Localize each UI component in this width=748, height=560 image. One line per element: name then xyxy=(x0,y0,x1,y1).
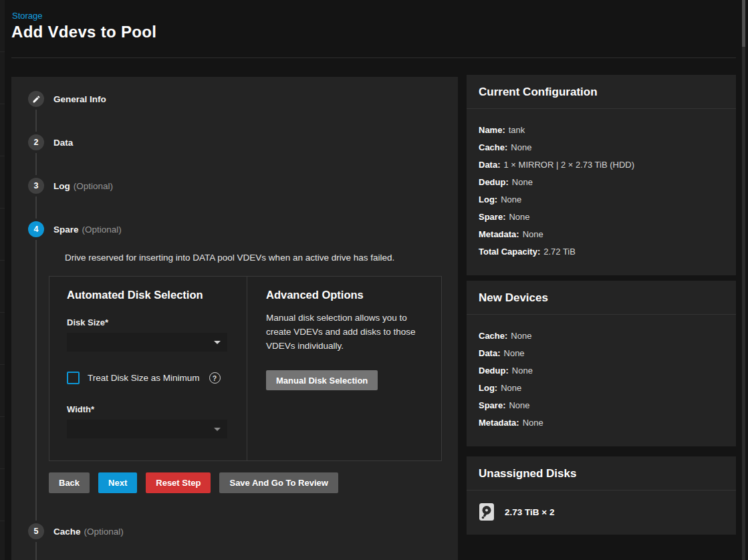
config-row: Dedup:None xyxy=(479,366,724,376)
row-label: Cache: xyxy=(479,142,507,152)
step-label: Cache(Optional) xyxy=(53,525,124,537)
width-label: Width* xyxy=(67,404,247,414)
unassigned-disk-row: 2.73 TiB × 2 xyxy=(479,499,724,523)
width-select[interactable] xyxy=(67,420,227,438)
step-data[interactable]: 2 Data xyxy=(28,134,76,150)
row-label: Cache: xyxy=(479,331,507,341)
step-number: 2 xyxy=(34,138,39,147)
panel-body: Cache:None Data:None Dedup:None Log:None… xyxy=(467,315,736,446)
advanced-options-section: Advanced Options Manual disk selection a… xyxy=(247,277,441,460)
row-label: Total Capacity: xyxy=(479,247,540,257)
save-and-go-to-review-button[interactable]: Save And Go To Review xyxy=(219,472,338,493)
panel-body: 2.73 TiB × 2 xyxy=(467,491,736,535)
automated-disk-selection-section: Automated Disk Selection Disk Size* Trea… xyxy=(49,277,247,460)
next-button[interactable]: Next xyxy=(98,472,137,493)
breadcrumb-storage[interactable]: Storage xyxy=(12,11,43,21)
chevron-down-icon xyxy=(214,428,221,431)
config-row: Total Capacity:2.72 TiB xyxy=(479,247,724,257)
pencil-edit-icon xyxy=(32,95,41,104)
scrollbar-track[interactable] xyxy=(742,0,745,560)
row-value: None xyxy=(511,142,531,152)
config-row: Metadata:None xyxy=(479,418,724,428)
step-log[interactable]: 3 Log(Optional) xyxy=(28,178,113,194)
row-value: None xyxy=(523,229,543,239)
step-name: General Info xyxy=(53,94,106,104)
row-value: None xyxy=(512,366,533,376)
step-name: Log xyxy=(53,181,70,191)
step-indicator-circle-active: 4 xyxy=(28,221,44,237)
step-general-info[interactable]: General Info xyxy=(28,91,110,107)
row-value: None xyxy=(509,212,529,222)
header-divider xyxy=(11,57,736,58)
config-row: Name:tank xyxy=(479,125,724,135)
row-label: Data: xyxy=(479,348,501,358)
unassigned-disks-panel: Unassigned Disks 2.73 TiB × 2 xyxy=(467,456,736,535)
width-label-text: Width xyxy=(67,404,91,414)
treat-disk-size-minimum-checkbox[interactable] xyxy=(67,372,80,384)
panel-body: Name:tank Cache:None Data:1 × MIRROR | 2… xyxy=(467,109,736,275)
current-configuration-title: Current Configuration xyxy=(479,86,724,99)
step-label: General Info xyxy=(53,93,110,105)
disk-size-select[interactable] xyxy=(67,333,227,352)
row-label: Metadata: xyxy=(479,418,519,428)
row-value: None xyxy=(511,331,531,341)
step-name: Cache xyxy=(53,527,81,537)
row-value: None xyxy=(501,194,521,204)
config-row: Log:None xyxy=(479,383,724,393)
row-label: Dedup: xyxy=(479,366,509,376)
config-row: Cache:None xyxy=(479,331,724,341)
row-value: None xyxy=(523,418,543,428)
spare-step-description: Drive reserved for inserting into DATA p… xyxy=(65,253,394,263)
step-cache[interactable]: 5 Cache(Optional) xyxy=(28,523,124,539)
stepper-connector xyxy=(35,196,37,219)
step-label: Data xyxy=(53,136,76,148)
stepper-connector xyxy=(35,153,37,175)
vdev-wizard-panel: General Info 2 Data 3 Log(Optional) 4 Sp… xyxy=(11,77,458,560)
advanced-heading: Advanced Options xyxy=(266,289,441,301)
required-marker: * xyxy=(91,404,94,414)
row-value: None xyxy=(504,348,525,358)
config-row: Metadata:None xyxy=(479,229,724,239)
page-title: Add Vdevs to Pool xyxy=(11,23,156,41)
disk-size-label: Disk Size* xyxy=(67,317,247,327)
step-optional: (Optional) xyxy=(82,225,122,235)
row-value: None xyxy=(512,177,533,187)
new-devices-panel: New Devices Cache:None Data:None Dedup:N… xyxy=(467,281,736,446)
panel-header: New Devices xyxy=(467,281,736,314)
row-value: 1 × MIRROR | 2 × 2.73 TiB (HDD) xyxy=(504,160,635,170)
scrollbar-thumb[interactable] xyxy=(742,0,745,47)
reset-step-button[interactable]: Reset Step xyxy=(146,472,211,493)
help-icon[interactable]: ? xyxy=(209,372,221,384)
row-label: Spare: xyxy=(479,400,505,410)
step-label: Spare(Optional) xyxy=(53,223,122,235)
back-button[interactable]: Back xyxy=(49,472,90,493)
automated-heading: Automated Disk Selection xyxy=(67,289,247,301)
step-name: Spare xyxy=(53,225,79,235)
summary-column: Current Configuration Name:tank Cache:No… xyxy=(467,75,736,540)
step-number: 4 xyxy=(34,225,39,234)
step-optional: (Optional) xyxy=(74,181,113,191)
hard-disk-icon xyxy=(479,503,495,521)
row-value: None xyxy=(501,383,521,393)
config-row: Cache:None xyxy=(479,142,724,152)
manual-disk-selection-button[interactable]: Manual Disk Selection xyxy=(266,370,378,390)
wizard-actions: Back Next Reset Step Save And Go To Revi… xyxy=(49,472,338,493)
row-value: 2.72 TiB xyxy=(543,247,576,257)
step-indicator-circle: 5 xyxy=(28,523,44,539)
unassigned-disk-size: 2.73 TiB × 2 xyxy=(505,507,554,517)
row-label: Metadata: xyxy=(479,229,519,239)
treat-disk-size-minimum-row: Treat Disk Size as Minimum ? xyxy=(67,372,247,384)
step-number: 3 xyxy=(34,181,39,190)
step-name: Data xyxy=(53,138,73,148)
config-row: Dedup:None xyxy=(479,177,724,187)
row-label: Name: xyxy=(479,125,505,135)
step-indicator-circle: 3 xyxy=(28,178,44,194)
row-value: tank xyxy=(509,125,525,135)
row-label: Data: xyxy=(479,160,501,170)
config-row: Spare:None xyxy=(479,400,724,410)
row-label: Dedup: xyxy=(479,177,509,187)
spare-disk-selection-card: Automated Disk Selection Disk Size* Trea… xyxy=(49,276,442,461)
disk-size-label-text: Disk Size xyxy=(67,317,105,327)
step-spare[interactable]: 4 Spare(Optional) xyxy=(28,221,122,237)
stepper-connector xyxy=(35,542,37,560)
